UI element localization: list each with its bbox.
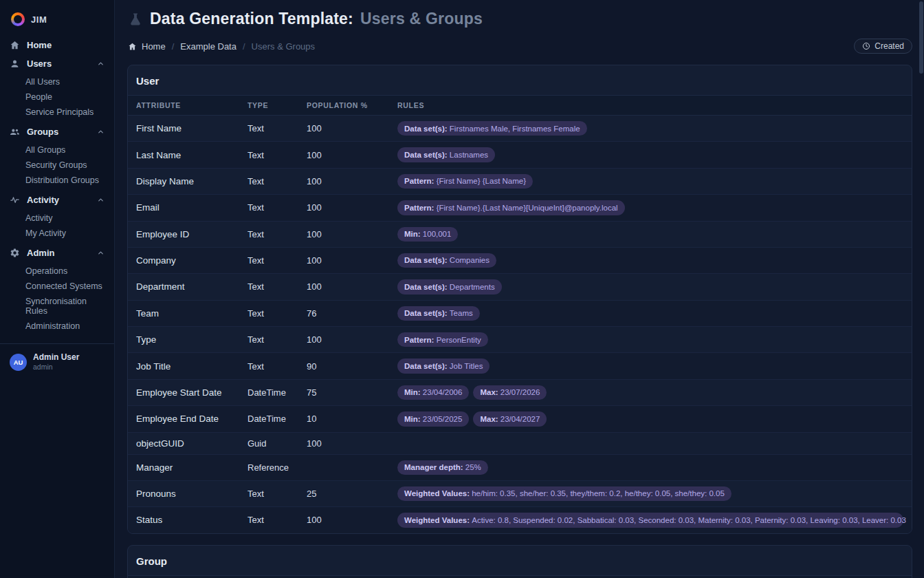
sidebar-item-all-users[interactable]: All Users <box>0 74 114 89</box>
sidebar-item-label: Home <box>27 40 52 50</box>
user-icon <box>10 58 20 69</box>
attribute-cell: Company <box>128 250 239 271</box>
status-badge: Created <box>854 39 912 54</box>
rule-badge: Manager depth: 25% <box>397 460 488 475</box>
sidebar-item-security-groups[interactable]: Security Groups <box>0 158 114 173</box>
rule-badge-label: Data set(s): <box>404 255 448 265</box>
rule-badge: Min: 100,001 <box>397 227 458 242</box>
sidebar-item-synchronisation-rules[interactable]: Synchronisation Rules <box>0 294 114 319</box>
rules-cell: Data set(s): Firstnames Male, Firstnames… <box>389 116 912 141</box>
rule-badge-label: Max: <box>480 387 498 397</box>
sidebar-item-users[interactable]: Users <box>0 54 114 73</box>
table-header-row: ATTRIBUTE TYPE POPULATION % RULES <box>128 95 912 116</box>
population-cell: 76 <box>298 303 389 324</box>
rule-badge: Pattern: PersonEntity <box>397 332 488 347</box>
rule-badge-label: Pattern: <box>404 335 434 345</box>
sidebar-item-home[interactable]: Home <box>0 36 114 54</box>
rule-badge: Weighted Values: Active: 0.8, Suspended:… <box>397 513 903 527</box>
rule-badge-label: Pattern: <box>404 176 434 186</box>
rule-badge: Data set(s): Departments <box>397 279 502 294</box>
sidebar-item-admin[interactable]: Admin <box>0 244 114 262</box>
groups-icon <box>10 127 20 137</box>
population-cell <box>298 462 389 473</box>
app-logo[interactable]: JIM <box>0 6 114 36</box>
rule-badge-label: Data set(s): <box>404 282 448 292</box>
scrollbar-thumb[interactable] <box>919 1 923 74</box>
rule-badge-label: Data set(s): <box>404 308 448 318</box>
sidebar-item-administration[interactable]: Administration <box>0 319 114 334</box>
rules-cell: Weighted Values: he/him: 0.35, she/her: … <box>389 481 912 506</box>
attribute-cell: Job Title <box>128 356 239 377</box>
sidebar-item-activity-sub[interactable]: Activity <box>0 211 114 226</box>
page-title: Data Generation Template: Users & Groups <box>128 10 912 28</box>
breadcrumb-home-label: Home <box>142 41 166 52</box>
sidebar-item-groups[interactable]: Groups <box>0 122 114 141</box>
sidebar-item-distribution-groups[interactable]: Distribution Groups <box>0 173 114 188</box>
attribute-cell: Pronouns <box>128 483 239 504</box>
clock-icon <box>862 42 870 50</box>
column-header-type: TYPE <box>239 96 298 115</box>
rules-cell: Manager depth: 25% <box>389 455 912 480</box>
breadcrumb-example-data[interactable]: Example Data <box>180 41 236 52</box>
sidebar-item-activity[interactable]: Activity <box>0 191 114 209</box>
rule-badge: Data set(s): Firstnames Male, Firstnames… <box>397 121 587 136</box>
attribute-cell: Status <box>128 509 239 531</box>
population-cell: 100 <box>298 433 389 454</box>
column-header-type: TYPE <box>252 576 322 578</box>
attribute-cell: Department <box>128 276 239 297</box>
chevron-up-icon <box>97 196 104 204</box>
population-cell: 100 <box>298 197 389 218</box>
scrollbar <box>918 0 924 578</box>
type-cell: Text <box>239 144 298 166</box>
rule-badge: Max: 23/07/2026 <box>473 385 547 400</box>
rule-badge-label: Data set(s): <box>404 150 448 160</box>
attribute-cell: Email <box>128 197 239 218</box>
sidebar-item-connected-systems[interactable]: Connected Systems <box>0 279 114 294</box>
breadcrumb-home[interactable]: Home <box>128 41 166 52</box>
table-row: TypeText100Pattern: PersonEntity <box>128 327 912 353</box>
rule-badge-label: Min: <box>404 414 421 424</box>
sidebar-user[interactable]: AU Admin User admin <box>0 344 114 380</box>
avatar: AU <box>10 354 27 371</box>
sidebar-item-operations[interactable]: Operations <box>0 264 114 279</box>
rules-cell: Data set(s): Job Titles <box>389 353 912 378</box>
table-row: EmailText100Pattern: {First Name}.{Last … <box>128 195 912 221</box>
sidebar-item-service-principals[interactable]: Service Principals <box>0 105 114 120</box>
table-header-row: ATTRIBUTE TYPE POPULATION % RULES <box>128 575 912 578</box>
attribute-cell: Display Name <box>128 171 239 192</box>
table-row: objectGUIDGuid100 <box>128 433 912 455</box>
page-header: Data Generation Template: Users & Groups… <box>115 0 924 54</box>
gear-icon <box>10 248 20 258</box>
attribute-cell: Employee ID <box>128 224 239 245</box>
breadcrumb: Home / Example Data / Users & Groups <box>128 41 315 52</box>
main-content: Data Generation Template: Users & Groups… <box>115 0 924 578</box>
rule-badge: Weighted Values: he/him: 0.35, she/her: … <box>397 486 732 501</box>
population-cell: 75 <box>298 382 389 403</box>
rule-badge: Data set(s): Teams <box>397 306 480 321</box>
attribute-cell: Type <box>128 329 239 350</box>
rules-cell: Data set(s): Departments <box>389 274 912 299</box>
attribute-cell: Employee Start Date <box>128 382 239 403</box>
rules-cell: Data set(s): Companies <box>389 248 912 273</box>
sidebar-item-label: Groups <box>27 127 58 137</box>
column-header-attribute: ATTRIBUTE <box>128 96 239 115</box>
column-header-rules: RULES <box>389 96 912 115</box>
population-cell: 25 <box>298 483 389 504</box>
attribute-cell: Employee End Date <box>128 408 239 429</box>
rules-cell: Min: 23/05/2025Max: 23/04/2027 <box>389 406 912 431</box>
rules-cell: Pattern: {First Name} {Last Name} <box>389 169 912 194</box>
rules-cell: Weighted Values: Active: 0.8, Suspended:… <box>389 507 912 533</box>
sidebar-item-all-groups[interactable]: All Groups <box>0 142 114 158</box>
rules-cell: Pattern: {First Name}.{Last Name}[Unique… <box>389 195 912 220</box>
user-role: admin <box>33 363 79 372</box>
population-cell: 100 <box>298 118 389 139</box>
group-attributes-card: Group ATTRIBUTE TYPE POPULATION % RULES <box>127 545 912 578</box>
table-row: StatusText100Weighted Values: Active: 0.… <box>128 507 912 533</box>
column-header-population: POPULATION % <box>298 96 389 115</box>
type-cell: Reference <box>239 457 298 478</box>
sidebar-item-my-activity[interactable]: My Activity <box>0 226 114 241</box>
sidebar-item-people[interactable]: People <box>0 89 114 105</box>
type-cell: Text <box>239 303 298 324</box>
sidebar-subgroup-admin: Operations Connected Systems Synchronisa… <box>0 262 114 336</box>
type-cell: Text <box>239 356 298 377</box>
